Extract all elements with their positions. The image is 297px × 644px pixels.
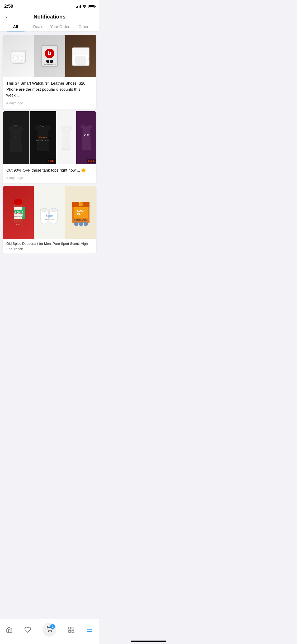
wifi-icon (82, 4, 87, 8)
product-image-1 (3, 35, 34, 77)
product-image-3: UFC S-5XL (56, 111, 96, 164)
svg-point-39 (40, 208, 48, 211)
notification-card[interactable]: Old Spice PURE SPORT High Endurance 3 Pa… (3, 186, 96, 254)
product-image-2: Monaco Plus size XS-4XL S-5XL (30, 111, 56, 164)
product-image-1 (3, 111, 30, 164)
svg-point-19 (16, 131, 16, 131)
product-image-2: Select Best Choice (34, 186, 65, 239)
svg-text:Plus size XS-4XL: Plus size XS-4XL (36, 140, 50, 141)
notification-time: 4 days ago (3, 99, 96, 109)
notification-text: This $7 Smart Watch, $4 Leather Shoes, $… (3, 77, 96, 99)
notification-card[interactable]: b Wireless tour3 (3, 35, 96, 109)
svg-text:PADS: PADS (77, 213, 84, 216)
product-image-3: SOAP PADS 8 STEEL WOOL (65, 186, 96, 239)
battery-icon (88, 5, 95, 8)
tab-all[interactable]: All (4, 24, 27, 31)
svg-point-42 (50, 208, 58, 211)
page-title: Notifications (34, 14, 65, 20)
svg-rect-27 (14, 199, 22, 205)
svg-point-50 (79, 202, 83, 206)
notification-text: Cut 90% OFF these tank tops right now ..… (3, 164, 96, 174)
svg-point-52 (79, 222, 83, 226)
notification-images: b Wireless tour3 (3, 35, 96, 77)
header: ‹ Notifications (0, 10, 99, 21)
svg-rect-17 (72, 48, 89, 55)
signal-icon (76, 5, 81, 8)
tab-other[interactable]: Other (72, 24, 95, 31)
svg-rect-47 (74, 207, 88, 218)
svg-point-22 (16, 139, 16, 139)
tab-deals[interactable]: Deals (27, 24, 50, 31)
svg-text:Wireless tour3: Wireless tour3 (44, 64, 55, 66)
status-bar: 2:59 (0, 0, 99, 10)
notification-subtext: Old Spice Deodorant for Men, Pure Sport … (3, 239, 96, 254)
tabs-bar: All Deals Your Orders Other (0, 21, 99, 32)
svg-point-20 (16, 133, 16, 134)
svg-text:High Endurance: High Endurance (13, 216, 23, 217)
notification-images: Monaco Plus size XS-4XL S-5XL (3, 111, 96, 164)
svg-point-4 (15, 56, 16, 57)
svg-text:PURE SPORT: PURE SPORT (13, 213, 23, 215)
svg-text:b: b (48, 50, 51, 56)
back-button[interactable]: ‹ (4, 12, 8, 21)
svg-text:Select: Select (46, 214, 53, 217)
svg-rect-18 (76, 56, 86, 65)
status-time: 2:59 (4, 4, 13, 9)
svg-text:UFC: UFC (84, 134, 89, 136)
notification-images: Old Spice PURE SPORT High Endurance 3 Pa… (3, 186, 96, 239)
notifications-list: b Wireless tour3 (0, 32, 99, 257)
notification-time: 4 days ago (3, 174, 96, 183)
svg-text:8 STEEL WOOL: 8 STEEL WOOL (74, 219, 87, 221)
svg-text:Best Choice: Best Choice (45, 219, 54, 220)
svg-text:SOAP: SOAP (77, 209, 85, 212)
svg-rect-2 (11, 50, 26, 52)
svg-text:3.0 oz: 3.0 oz (16, 224, 20, 225)
svg-point-51 (74, 222, 78, 226)
status-icons (76, 4, 95, 8)
svg-point-6 (20, 56, 21, 57)
content-wrapper: b Wireless tour3 (0, 32, 99, 278)
svg-text:3 Pack: 3 Pack (15, 211, 21, 213)
notification-card[interactable]: Monaco Plus size XS-4XL S-5XL (3, 111, 96, 184)
svg-point-53 (84, 222, 88, 226)
svg-text:Monaco: Monaco (39, 136, 47, 138)
tab-your-orders[interactable]: Your Orders (50, 24, 72, 31)
product-image-1: Old Spice PURE SPORT High Endurance 3 Pa… (3, 186, 34, 239)
svg-point-21 (16, 136, 16, 137)
product-image-3 (65, 35, 96, 77)
product-image-2: b Wireless tour3 (34, 35, 65, 77)
svg-point-7 (18, 62, 18, 62)
svg-text:Deodorant: Deodorant (22, 211, 23, 217)
